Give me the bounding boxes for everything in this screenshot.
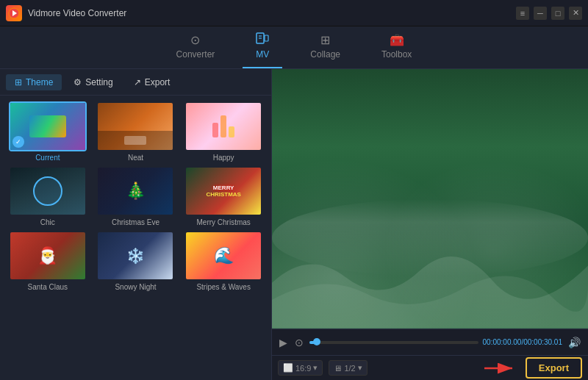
minimize-button[interactable]: ─ bbox=[534, 7, 547, 20]
mv-icon bbox=[256, 32, 269, 47]
tab-converter[interactable]: ⊙ Converter bbox=[163, 27, 229, 68]
progress-fill bbox=[309, 341, 318, 344]
theme-item-christmas-eve[interactable]: 🎄 Christmas Eve bbox=[94, 166, 178, 226]
theme-current-label: Current bbox=[35, 154, 60, 162]
arrow-indicator bbox=[484, 359, 520, 377]
collage-icon: ⊞ bbox=[320, 33, 330, 47]
theme-grid: ✓ Current Neat bbox=[0, 96, 271, 380]
menu-button[interactable]: ≡ bbox=[516, 7, 529, 20]
theme-happy-label: Happy bbox=[213, 154, 234, 162]
theme-item-snowy-night[interactable]: ❄️ Snowy Night bbox=[94, 231, 178, 291]
tab-collage-label: Collage bbox=[310, 49, 340, 60]
theme-neat-label: Neat bbox=[128, 154, 143, 162]
tab-toolbox[interactable]: 🧰 Toolbox bbox=[368, 27, 425, 68]
resolution-icon: 🖥 bbox=[334, 364, 342, 373]
app-logo bbox=[6, 5, 22, 21]
video-preview bbox=[272, 69, 588, 329]
theme-item-stripes-waves[interactable]: 🌊 Stripes & Waves bbox=[182, 231, 265, 291]
export-tab-icon: ↗ bbox=[134, 77, 141, 87]
toolbox-icon: 🧰 bbox=[390, 33, 404, 47]
tab-collage[interactable]: ⊞ Collage bbox=[297, 27, 354, 68]
export-button[interactable]: Export bbox=[526, 357, 582, 379]
theme-item-happy[interactable]: Happy bbox=[182, 101, 265, 162]
theme-item-chic[interactable]: Chic bbox=[6, 166, 90, 226]
video-controls: ▶ ⊙ 00:00:00.00/00:00:30.01 🔊 bbox=[272, 329, 588, 355]
resolution-value: 1/2 bbox=[344, 364, 355, 373]
resolution-chevron: ▾ bbox=[358, 363, 362, 373]
svg-rect-5 bbox=[265, 35, 268, 41]
setting-tab-icon: ⚙ bbox=[74, 77, 82, 87]
main-layout: ⊞ Theme ⚙ Setting ↗ Export ✓ bbox=[0, 69, 588, 380]
sub-tabs: ⊞ Theme ⚙ Setting ↗ Export bbox=[0, 69, 271, 96]
setting-tab-label: Setting bbox=[85, 77, 112, 87]
theme-item-merry-christmas[interactable]: MERRY CHRISTMAS Merry Christmas bbox=[182, 166, 265, 226]
video-toolbar: ⬜ 16:9 ▾ 🖥 1/2 ▾ bbox=[272, 355, 588, 380]
theme-santa-claus-label: Santa Claus bbox=[28, 283, 68, 291]
play-button[interactable]: ▶ bbox=[278, 335, 289, 350]
stop-button[interactable]: ⊙ bbox=[293, 335, 305, 350]
theme-item-santa-claus[interactable]: 🎅 Santa Claus bbox=[6, 231, 90, 291]
title-controls: ≡ ─ □ ✕ bbox=[516, 7, 582, 20]
export-tab-label: Export bbox=[145, 77, 171, 87]
theme-merry-christmas-label: Merry Christmas bbox=[196, 218, 250, 226]
aspect-ratio-selector[interactable]: ⬜ 16:9 ▾ bbox=[278, 360, 323, 376]
right-panel: ▶ ⊙ 00:00:00.00/00:00:30.01 🔊 ⬜ 16:9 ▾ 🖥… bbox=[272, 69, 588, 380]
theme-snowy-night-label: Snowy Night bbox=[115, 283, 156, 291]
progress-dot bbox=[313, 338, 320, 345]
tab-converter-label: Converter bbox=[176, 49, 215, 60]
progress-bar[interactable] bbox=[309, 341, 478, 344]
close-button[interactable]: ✕ bbox=[569, 7, 582, 20]
theme-item-current[interactable]: ✓ Current bbox=[6, 101, 90, 162]
sub-tab-export[interactable]: ↗ Export bbox=[125, 74, 179, 90]
theme-tab-icon: ⊞ bbox=[15, 77, 22, 87]
theme-chic-label: Chic bbox=[40, 218, 55, 226]
selected-check: ✓ bbox=[12, 136, 24, 148]
app-title: Vidmore Video Converter bbox=[28, 8, 126, 18]
tab-mv[interactable]: MV bbox=[243, 26, 282, 68]
theme-item-neat[interactable]: Neat bbox=[94, 101, 178, 162]
left-panel: ⊞ Theme ⚙ Setting ↗ Export ✓ bbox=[0, 69, 272, 380]
sub-tab-theme[interactable]: ⊞ Theme bbox=[6, 74, 62, 90]
aspect-ratio-chevron: ▾ bbox=[313, 363, 318, 373]
tab-mv-label: MV bbox=[256, 49, 269, 60]
theme-stripes-waves-label: Stripes & Waves bbox=[196, 283, 251, 291]
theme-tab-label: Theme bbox=[26, 77, 53, 87]
theme-christmas-eve-label: Christmas Eve bbox=[112, 218, 159, 226]
resolution-selector[interactable]: 🖥 1/2 ▾ bbox=[329, 360, 367, 376]
converter-icon: ⊙ bbox=[190, 33, 200, 47]
tab-toolbox-label: Toolbox bbox=[381, 49, 412, 60]
maximize-button[interactable]: □ bbox=[551, 7, 564, 20]
sub-tab-setting[interactable]: ⚙ Setting bbox=[65, 74, 121, 90]
aspect-ratio-value: 16:9 bbox=[295, 364, 311, 373]
volume-button[interactable]: 🔊 bbox=[567, 335, 582, 350]
nav-tabs: ⊙ Converter MV ⊞ Collage 🧰 Toolbox bbox=[0, 26, 588, 69]
time-display: 00:00:00.00/00:00:30.01 bbox=[483, 338, 562, 346]
title-bar: Vidmore Video Converter ≡ ─ □ ✕ bbox=[0, 0, 588, 26]
aspect-ratio-icon: ⬜ bbox=[283, 363, 293, 373]
